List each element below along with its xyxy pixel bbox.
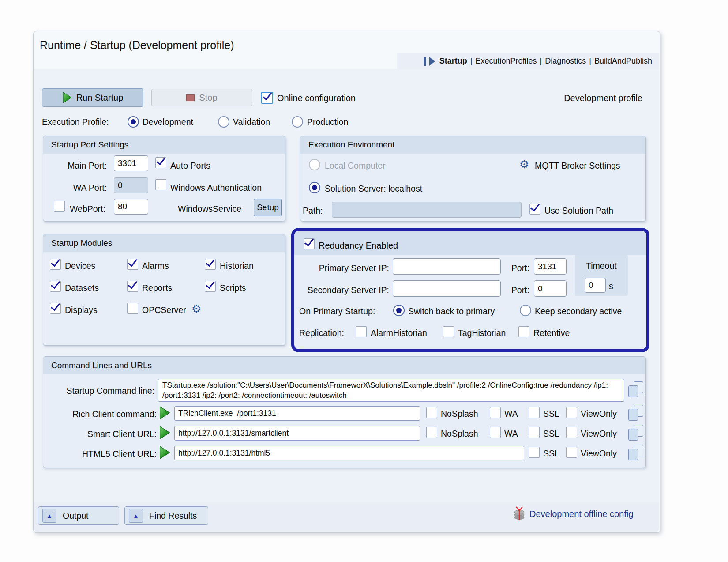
opcserver-label: OPCServer (142, 305, 186, 315)
primary-server-ip-label: Primary Server IP: (298, 263, 389, 273)
profile-validation-radio[interactable] (218, 116, 229, 128)
rich-nosplash-checkbox[interactable] (426, 407, 437, 418)
mqtt-gear-icon[interactable]: ⚙ (519, 159, 529, 170)
windows-authentication-checkbox[interactable] (155, 179, 166, 190)
html5-ssl-checkbox[interactable] (529, 447, 540, 458)
html5-client-url-input[interactable] (174, 446, 524, 460)
smart-wa-checkbox[interactable] (490, 427, 501, 438)
main-port-input[interactable] (114, 155, 148, 171)
keep-secondary-active-radio[interactable] (520, 305, 531, 316)
smart-ssl-checkbox[interactable] (529, 427, 540, 438)
tab-diagnostics[interactable]: Diagnostics (545, 57, 586, 66)
profile-production-radio[interactable] (292, 116, 303, 128)
displays-checkbox[interactable] (50, 303, 61, 314)
tab-execution-profiles[interactable]: ExecutionProfiles (475, 57, 537, 66)
stop-icon (186, 94, 195, 101)
stop-button[interactable]: Stop (151, 89, 252, 106)
wa-port-input (114, 177, 148, 193)
startup-command-line-input[interactable]: TStartup.exe /solution:"C:\Users\User\Do… (158, 379, 624, 402)
rich-viewonly-label: ViewOnly (581, 409, 617, 419)
rich-wa-label: WA (504, 409, 518, 419)
play-icon (62, 92, 72, 103)
smart-client-url-input[interactable] (174, 426, 420, 441)
rich-viewonly-checkbox[interactable] (566, 407, 577, 418)
reports-checkbox[interactable] (127, 281, 138, 292)
copy-icon[interactable] (628, 445, 643, 460)
offline-config-icon (513, 505, 527, 521)
taghistorian-checkbox[interactable] (443, 326, 454, 337)
timeout-unit-label: s (609, 281, 613, 291)
timeout-label: Timeout (586, 261, 617, 271)
timeout-input[interactable] (585, 278, 606, 293)
devices-checkbox[interactable] (50, 259, 61, 270)
webport-input[interactable] (114, 199, 148, 215)
primary-port-input[interactable] (534, 258, 567, 275)
opcserver-gear-icon[interactable]: ⚙ (191, 303, 201, 314)
tab-build-and-publish[interactable]: BuildAndPublish (594, 57, 652, 66)
run-startup-button[interactable]: Run Startup (42, 88, 143, 107)
historian-checkbox[interactable] (205, 259, 216, 270)
screen: Runtime / Startup (Development profile) … (0, 0, 728, 562)
online-configuration-checkbox[interactable] (261, 92, 273, 104)
local-computer-radio (309, 159, 320, 170)
page-title: Runtime / Startup (Development profile) (40, 39, 234, 52)
scripts-label: Scripts (220, 283, 246, 293)
switch-back-to-primary-radio[interactable] (393, 305, 405, 316)
webport-checkbox[interactable] (54, 201, 65, 212)
smart-viewonly-checkbox[interactable] (566, 427, 577, 438)
profile-validation-label: Validation (233, 117, 270, 127)
use-solution-path-label: Use Solution Path (544, 206, 613, 216)
datasets-checkbox[interactable] (50, 281, 61, 292)
alarmhistorian-label: AlarmHistorian (371, 328, 427, 338)
breadcrumb-separator: | (540, 57, 542, 66)
html5-viewonly-label: ViewOnly (581, 449, 617, 459)
copy-icon[interactable] (628, 425, 643, 441)
offline-config-link[interactable]: Development offline config (529, 509, 633, 519)
secondary-port-input[interactable] (534, 280, 567, 297)
alarms-checkbox[interactable] (127, 259, 138, 270)
primary-port-label: Port: (507, 263, 529, 273)
stop-label: Stop (199, 93, 217, 103)
copy-icon[interactable] (628, 405, 643, 421)
secondary-server-ip-input[interactable] (393, 280, 501, 297)
copy-icon[interactable] (628, 381, 643, 397)
reports-label: Reports (142, 283, 172, 293)
keep-secondary-active-label: Keep secondary active (535, 306, 622, 317)
primary-server-ip-input[interactable] (393, 258, 501, 275)
auto-ports-label: Auto Ports (170, 161, 210, 171)
auto-ports-checkbox[interactable] (155, 157, 166, 168)
redundancy-enabled-checkbox[interactable] (304, 238, 315, 249)
rich-client-command-input[interactable] (174, 406, 420, 421)
startup-port-settings-title: Startup Port Settings (43, 136, 285, 154)
launch-smart-client-icon[interactable] (159, 426, 170, 439)
breadcrumb-separator: | (470, 57, 473, 66)
scripts-checkbox[interactable] (205, 281, 216, 292)
tab-startup[interactable]: Startup (439, 57, 467, 66)
solution-server-radio[interactable] (309, 182, 320, 193)
retentive-label: Retentive (533, 328, 570, 338)
execution-profile-label: Execution Profile: (42, 117, 109, 127)
retentive-checkbox[interactable] (518, 326, 529, 337)
alarms-label: Alarms (142, 261, 169, 271)
use-solution-path-checkbox[interactable] (529, 204, 540, 215)
find-results-button[interactable]: ▲ Find Results (124, 506, 208, 525)
launch-rich-client-icon[interactable] (159, 406, 170, 419)
breadcrumb: Startup | ExecutionProfiles | Diagnostic… (397, 53, 659, 69)
windows-authentication-label: Windows Authentication (170, 183, 262, 193)
launch-html5-client-icon[interactable] (159, 446, 170, 459)
profile-development-radio[interactable] (128, 116, 139, 128)
local-computer-label: Local Computer (325, 161, 386, 171)
historian-label: Historian (220, 261, 254, 271)
opcserver-checkbox[interactable] (127, 303, 138, 314)
secondary-server-ip-label: Secondary Server IP: (298, 285, 389, 295)
output-button[interactable]: ▲ Output (38, 506, 119, 525)
smart-nosplash-checkbox[interactable] (426, 427, 437, 438)
smart-wa-label: WA (504, 429, 518, 439)
rich-ssl-label: SSL (543, 409, 559, 419)
rich-wa-checkbox[interactable] (490, 407, 501, 418)
mqtt-broker-settings-label[interactable]: MQTT Broker Settings (535, 161, 620, 171)
windows-service-setup-button[interactable]: Setup (254, 199, 282, 216)
rich-ssl-checkbox[interactable] (529, 407, 540, 418)
alarmhistorian-checkbox[interactable] (356, 326, 367, 337)
html5-viewonly-checkbox[interactable] (566, 447, 577, 458)
